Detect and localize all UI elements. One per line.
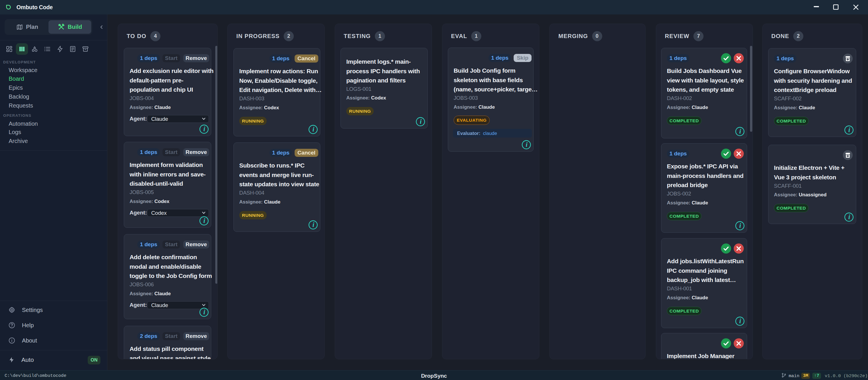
svg-text:i: i (739, 222, 741, 229)
svg-text:i: i (526, 141, 528, 148)
svg-text:i: i (420, 118, 422, 125)
svg-text:i: i (739, 128, 741, 135)
svg-text:i: i (204, 217, 206, 224)
svg-text:i: i (312, 126, 314, 133)
svg-text:i: i (848, 126, 850, 134)
svg-text:i: i (739, 317, 741, 325)
svg-text:i: i (204, 126, 206, 133)
svg-text:i: i (204, 309, 206, 316)
svg-text:i: i (848, 213, 850, 220)
svg-text:i: i (312, 221, 314, 228)
